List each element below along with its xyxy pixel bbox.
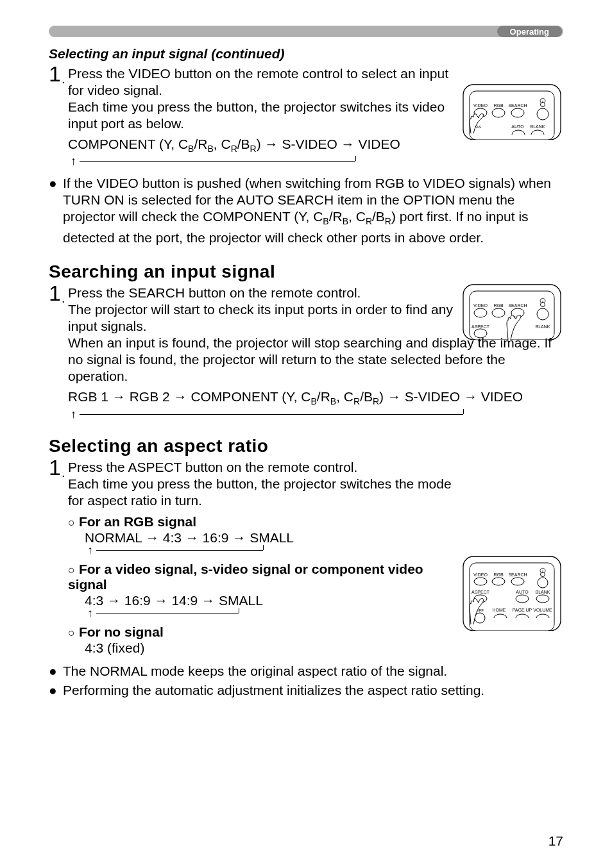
video-note-bullet: ● If the VIDEO button is pushed (when sw… — [49, 175, 563, 246]
video-step-line2: Each time you press the button, the proj… — [68, 99, 454, 132]
step-number: 1 — [49, 281, 61, 306]
step-number: 1 — [49, 455, 61, 480]
aspect-title: Selecting an aspect ratio — [49, 436, 563, 456]
video-flow: COMPONENT (Y, CB/RB, CR/BR) → S-VIDEO → … — [68, 136, 454, 157]
continued-title: Selecting an input signal (continued) — [49, 46, 563, 62]
video-step-line1: Press the VIDEO button on the remote con… — [68, 65, 454, 99]
page-number: 17 — [548, 833, 563, 849]
step-dot: . — [62, 72, 65, 87]
aspect-line2: Each time you press the button, the proj… — [68, 476, 563, 509]
loopback-arrow: ↑ — [71, 609, 454, 619]
header-tag: Operating — [497, 26, 562, 37]
rgb-flow: NORMAL → 4:3 → 16:9 → SMALL — [68, 530, 454, 546]
search-line3: When an input is found, the projector wi… — [68, 335, 563, 385]
video-aspect-flow: 4:3 → 16:9 → 14:9 → SMALL — [68, 592, 454, 609]
aspect-bullet-1: ●The NORMAL mode keeps the original aspe… — [49, 663, 563, 680]
aspect-line1: Press the ASPECT button on the remote co… — [68, 459, 563, 476]
searching-title: Searching an input signal — [49, 262, 563, 282]
loopback-arrow: ↑ — [71, 157, 454, 167]
no-signal-flow: 4:3 (fixed) — [68, 640, 563, 656]
search-flow: RGB 1 → RGB 2 → COMPONENT (Y, CB/RB, CR/… — [68, 388, 563, 410]
step-dot: . — [62, 291, 65, 306]
search-line2: The projector will start to check its in… — [68, 301, 563, 335]
video-signal-label: ○For a video signal, s-video signal or c… — [68, 562, 454, 592]
step-number: 1 — [49, 62, 61, 87]
loopback-arrow: ↑ — [71, 546, 454, 556]
search-line1: Press the SEARCH button on the remote co… — [68, 285, 563, 301]
aspect-bullet-2: ●Performing the automatic adjustment ini… — [49, 682, 563, 699]
rgb-signal-label: ○For an RGB signal — [68, 514, 454, 530]
loopback-arrow: ↑ — [71, 410, 563, 421]
no-signal-label: ○For no signal — [68, 624, 563, 640]
header-bar: Operating — [49, 26, 563, 37]
step-dot: . — [62, 465, 65, 480]
